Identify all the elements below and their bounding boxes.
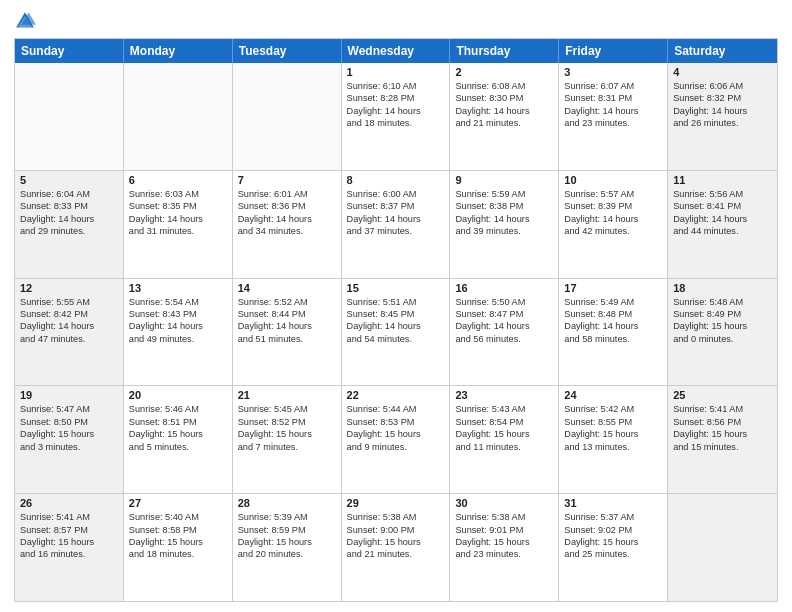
calendar-cell-empty-4-6 [668, 494, 777, 601]
cell-info: Sunrise: 5:45 AM Sunset: 8:52 PM Dayligh… [238, 403, 336, 453]
calendar-row-3: 19Sunrise: 5:47 AM Sunset: 8:50 PM Dayli… [15, 385, 777, 493]
calendar-cell-28: 28Sunrise: 5:39 AM Sunset: 8:59 PM Dayli… [233, 494, 342, 601]
calendar-cell-5: 5Sunrise: 6:04 AM Sunset: 8:33 PM Daylig… [15, 171, 124, 278]
page: SundayMondayTuesdayWednesdayThursdayFrid… [0, 0, 792, 612]
calendar-cell-29: 29Sunrise: 5:38 AM Sunset: 9:00 PM Dayli… [342, 494, 451, 601]
day-number: 14 [238, 282, 336, 294]
day-number: 17 [564, 282, 662, 294]
calendar-row-0: 1Sunrise: 6:10 AM Sunset: 8:28 PM Daylig… [15, 63, 777, 170]
day-number: 4 [673, 66, 772, 78]
day-number: 30 [455, 497, 553, 509]
cell-info: Sunrise: 5:38 AM Sunset: 9:01 PM Dayligh… [455, 511, 553, 561]
calendar-header: SundayMondayTuesdayWednesdayThursdayFrid… [15, 39, 777, 63]
calendar-cell-8: 8Sunrise: 6:00 AM Sunset: 8:37 PM Daylig… [342, 171, 451, 278]
cell-info: Sunrise: 5:38 AM Sunset: 9:00 PM Dayligh… [347, 511, 445, 561]
day-number: 29 [347, 497, 445, 509]
calendar-cell-19: 19Sunrise: 5:47 AM Sunset: 8:50 PM Dayli… [15, 386, 124, 493]
header-day-saturday: Saturday [668, 39, 777, 63]
day-number: 31 [564, 497, 662, 509]
cell-info: Sunrise: 5:46 AM Sunset: 8:51 PM Dayligh… [129, 403, 227, 453]
calendar-cell-25: 25Sunrise: 5:41 AM Sunset: 8:56 PM Dayli… [668, 386, 777, 493]
cell-info: Sunrise: 5:44 AM Sunset: 8:53 PM Dayligh… [347, 403, 445, 453]
day-number: 9 [455, 174, 553, 186]
calendar-cell-empty-0-2 [233, 63, 342, 170]
day-number: 20 [129, 389, 227, 401]
day-number: 27 [129, 497, 227, 509]
calendar-cell-empty-0-0 [15, 63, 124, 170]
day-number: 23 [455, 389, 553, 401]
header-day-sunday: Sunday [15, 39, 124, 63]
logo [14, 10, 40, 32]
calendar-cell-15: 15Sunrise: 5:51 AM Sunset: 8:45 PM Dayli… [342, 279, 451, 386]
calendar-cell-20: 20Sunrise: 5:46 AM Sunset: 8:51 PM Dayli… [124, 386, 233, 493]
cell-info: Sunrise: 5:48 AM Sunset: 8:49 PM Dayligh… [673, 296, 772, 346]
cell-info: Sunrise: 6:06 AM Sunset: 8:32 PM Dayligh… [673, 80, 772, 130]
cell-info: Sunrise: 6:04 AM Sunset: 8:33 PM Dayligh… [20, 188, 118, 238]
day-number: 3 [564, 66, 662, 78]
calendar-row-2: 12Sunrise: 5:55 AM Sunset: 8:42 PM Dayli… [15, 278, 777, 386]
cell-info: Sunrise: 5:50 AM Sunset: 8:47 PM Dayligh… [455, 296, 553, 346]
header-day-tuesday: Tuesday [233, 39, 342, 63]
calendar-cell-18: 18Sunrise: 5:48 AM Sunset: 8:49 PM Dayli… [668, 279, 777, 386]
day-number: 1 [347, 66, 445, 78]
cell-info: Sunrise: 6:03 AM Sunset: 8:35 PM Dayligh… [129, 188, 227, 238]
calendar-cell-12: 12Sunrise: 5:55 AM Sunset: 8:42 PM Dayli… [15, 279, 124, 386]
header-day-friday: Friday [559, 39, 668, 63]
header [14, 10, 778, 32]
calendar-cell-14: 14Sunrise: 5:52 AM Sunset: 8:44 PM Dayli… [233, 279, 342, 386]
day-number: 13 [129, 282, 227, 294]
cell-info: Sunrise: 5:43 AM Sunset: 8:54 PM Dayligh… [455, 403, 553, 453]
day-number: 16 [455, 282, 553, 294]
calendar-cell-16: 16Sunrise: 5:50 AM Sunset: 8:47 PM Dayli… [450, 279, 559, 386]
cell-info: Sunrise: 5:41 AM Sunset: 8:57 PM Dayligh… [20, 511, 118, 561]
day-number: 19 [20, 389, 118, 401]
cell-info: Sunrise: 5:54 AM Sunset: 8:43 PM Dayligh… [129, 296, 227, 346]
day-number: 15 [347, 282, 445, 294]
calendar-cell-13: 13Sunrise: 5:54 AM Sunset: 8:43 PM Dayli… [124, 279, 233, 386]
day-number: 10 [564, 174, 662, 186]
header-day-wednesday: Wednesday [342, 39, 451, 63]
calendar-cell-26: 26Sunrise: 5:41 AM Sunset: 8:57 PM Dayli… [15, 494, 124, 601]
cell-info: Sunrise: 5:47 AM Sunset: 8:50 PM Dayligh… [20, 403, 118, 453]
cell-info: Sunrise: 5:56 AM Sunset: 8:41 PM Dayligh… [673, 188, 772, 238]
cell-info: Sunrise: 5:37 AM Sunset: 9:02 PM Dayligh… [564, 511, 662, 561]
day-number: 28 [238, 497, 336, 509]
calendar-cell-30: 30Sunrise: 5:38 AM Sunset: 9:01 PM Dayli… [450, 494, 559, 601]
cell-info: Sunrise: 5:51 AM Sunset: 8:45 PM Dayligh… [347, 296, 445, 346]
cell-info: Sunrise: 5:57 AM Sunset: 8:39 PM Dayligh… [564, 188, 662, 238]
calendar-cell-2: 2Sunrise: 6:08 AM Sunset: 8:30 PM Daylig… [450, 63, 559, 170]
cell-info: Sunrise: 6:07 AM Sunset: 8:31 PM Dayligh… [564, 80, 662, 130]
calendar-cell-24: 24Sunrise: 5:42 AM Sunset: 8:55 PM Dayli… [559, 386, 668, 493]
cell-info: Sunrise: 6:08 AM Sunset: 8:30 PM Dayligh… [455, 80, 553, 130]
calendar-cell-6: 6Sunrise: 6:03 AM Sunset: 8:35 PM Daylig… [124, 171, 233, 278]
calendar-cell-1: 1Sunrise: 6:10 AM Sunset: 8:28 PM Daylig… [342, 63, 451, 170]
calendar-cell-3: 3Sunrise: 6:07 AM Sunset: 8:31 PM Daylig… [559, 63, 668, 170]
logo-icon [14, 10, 36, 32]
day-number: 6 [129, 174, 227, 186]
cell-info: Sunrise: 5:55 AM Sunset: 8:42 PM Dayligh… [20, 296, 118, 346]
calendar-cell-23: 23Sunrise: 5:43 AM Sunset: 8:54 PM Dayli… [450, 386, 559, 493]
header-day-thursday: Thursday [450, 39, 559, 63]
day-number: 25 [673, 389, 772, 401]
day-number: 18 [673, 282, 772, 294]
calendar-body: 1Sunrise: 6:10 AM Sunset: 8:28 PM Daylig… [15, 63, 777, 601]
calendar-cell-11: 11Sunrise: 5:56 AM Sunset: 8:41 PM Dayli… [668, 171, 777, 278]
day-number: 8 [347, 174, 445, 186]
cell-info: Sunrise: 5:39 AM Sunset: 8:59 PM Dayligh… [238, 511, 336, 561]
calendar-cell-empty-0-1 [124, 63, 233, 170]
calendar-cell-27: 27Sunrise: 5:40 AM Sunset: 8:58 PM Dayli… [124, 494, 233, 601]
cell-info: Sunrise: 5:52 AM Sunset: 8:44 PM Dayligh… [238, 296, 336, 346]
cell-info: Sunrise: 6:01 AM Sunset: 8:36 PM Dayligh… [238, 188, 336, 238]
calendar-cell-31: 31Sunrise: 5:37 AM Sunset: 9:02 PM Dayli… [559, 494, 668, 601]
cell-info: Sunrise: 6:10 AM Sunset: 8:28 PM Dayligh… [347, 80, 445, 130]
cell-info: Sunrise: 5:49 AM Sunset: 8:48 PM Dayligh… [564, 296, 662, 346]
calendar-cell-17: 17Sunrise: 5:49 AM Sunset: 8:48 PM Dayli… [559, 279, 668, 386]
calendar-cell-21: 21Sunrise: 5:45 AM Sunset: 8:52 PM Dayli… [233, 386, 342, 493]
day-number: 26 [20, 497, 118, 509]
calendar-cell-9: 9Sunrise: 5:59 AM Sunset: 8:38 PM Daylig… [450, 171, 559, 278]
day-number: 21 [238, 389, 336, 401]
calendar-cell-7: 7Sunrise: 6:01 AM Sunset: 8:36 PM Daylig… [233, 171, 342, 278]
cell-info: Sunrise: 5:59 AM Sunset: 8:38 PM Dayligh… [455, 188, 553, 238]
cell-info: Sunrise: 6:00 AM Sunset: 8:37 PM Dayligh… [347, 188, 445, 238]
day-number: 12 [20, 282, 118, 294]
